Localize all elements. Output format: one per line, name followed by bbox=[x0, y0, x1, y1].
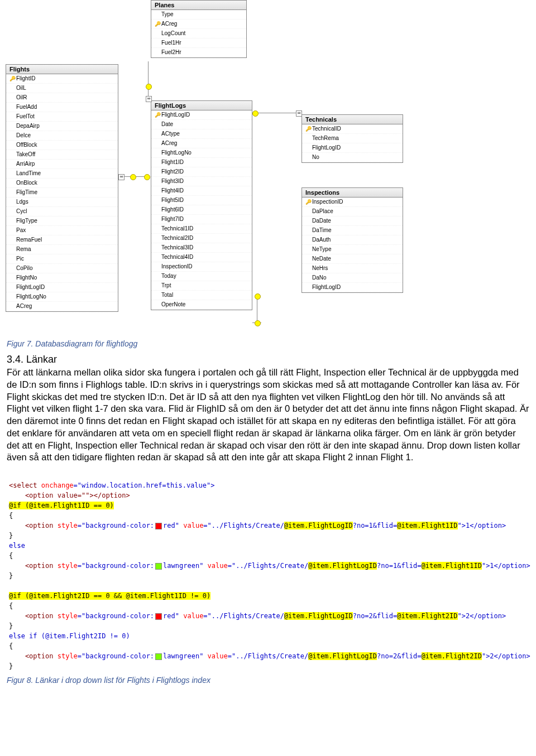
field-name: Pic bbox=[16, 255, 24, 263]
table-field: Technical3ID bbox=[151, 243, 252, 253]
table-title: Technicals bbox=[302, 115, 403, 124]
field-name: FlightLogID bbox=[312, 283, 341, 291]
key-icon: 🔑 bbox=[305, 198, 312, 206]
table-field: Cycl bbox=[6, 207, 118, 216]
field-name: DaNo bbox=[312, 274, 327, 282]
field-name: Type bbox=[161, 11, 174, 18]
table-field: Pax bbox=[6, 226, 118, 235]
relation-key-icon bbox=[252, 110, 259, 117]
table-field: Trpt bbox=[151, 281, 252, 291]
key-icon: 🔑 bbox=[155, 20, 161, 28]
table-field: DaAuth bbox=[302, 235, 403, 245]
relation-many-icon: ∞ bbox=[146, 96, 152, 102]
table-field: FlightLogID bbox=[302, 283, 403, 292]
field-name: FuelTot bbox=[16, 113, 35, 121]
table-field: ACtype bbox=[151, 129, 252, 139]
table-field: Rema bbox=[6, 245, 118, 254]
key-icon: 🔑 bbox=[155, 111, 161, 119]
table-field: Flight4ID bbox=[151, 186, 252, 196]
table-field: Technical1ID bbox=[151, 224, 252, 234]
table-field: OperNote bbox=[151, 300, 252, 310]
field-name: CoPilo bbox=[16, 264, 32, 272]
table-field: TakeOff bbox=[6, 150, 118, 160]
field-name: Date bbox=[161, 121, 173, 128]
table-field: 🔑ACreg bbox=[151, 20, 246, 29]
table-field: TechRema bbox=[302, 134, 403, 143]
color-swatch-green-icon bbox=[155, 653, 162, 660]
table-field: InspectionID bbox=[151, 262, 252, 272]
figure-7-caption: Figur 7. Databasdiagram för flightlogg bbox=[7, 339, 536, 348]
table-field: Technical4ID bbox=[151, 253, 252, 262]
table-field: DaPlace bbox=[302, 207, 403, 216]
table-field: FlightNo bbox=[6, 273, 118, 283]
field-name: ArriAirp bbox=[16, 160, 35, 168]
table-field: FlightLogID bbox=[302, 143, 403, 153]
color-swatch-red-icon bbox=[155, 613, 162, 620]
table-field: Total bbox=[151, 291, 252, 300]
table-field: FligType bbox=[6, 216, 118, 226]
table-title: Inspections bbox=[302, 188, 403, 198]
field-name: Cycl bbox=[16, 208, 27, 215]
table-field: FligTime bbox=[6, 188, 118, 198]
relation-key-icon bbox=[130, 174, 136, 180]
table-flightlogs: FlightLogs 🔑FlightLogIDDateACtypeACregFl… bbox=[151, 100, 252, 310]
table-field: 🔑FlightLogID bbox=[151, 110, 252, 120]
field-name: DaTime bbox=[312, 227, 332, 234]
field-name: NeDate bbox=[312, 255, 331, 263]
table-field: DaDate bbox=[302, 216, 403, 226]
table-field: LogCount bbox=[151, 29, 246, 38]
field-name: Today bbox=[161, 272, 176, 280]
field-name: Flight5ID bbox=[161, 196, 184, 204]
table-flights: Flights 🔑FlightIDOilLOilRFuelAddFuelTotD… bbox=[6, 64, 118, 312]
field-name: ACreg bbox=[161, 139, 177, 147]
relation-key-icon bbox=[255, 293, 261, 300]
relation-key-icon bbox=[255, 320, 261, 326]
field-name: OilL bbox=[16, 84, 26, 92]
table-field: OnBlock bbox=[6, 179, 118, 188]
relation-key-icon bbox=[146, 84, 152, 90]
relation-many-icon: ∞ bbox=[296, 110, 302, 117]
key-icon: 🔑 bbox=[9, 75, 16, 83]
field-name: Ldgs bbox=[16, 198, 28, 206]
table-inspections: Inspections 🔑InspectionIDDaPlaceDaDateDa… bbox=[302, 187, 403, 293]
table-field: ACreg bbox=[6, 302, 118, 311]
code-snippet: <select onchange="window.location.href=t… bbox=[7, 468, 529, 673]
color-swatch-red-icon bbox=[155, 523, 162, 529]
table-field: NeDate bbox=[302, 254, 403, 264]
table-field: Flight5ID bbox=[151, 196, 252, 205]
relation-many-icon: ∞ bbox=[118, 174, 125, 180]
table-field: DeIce bbox=[6, 131, 118, 141]
field-name: Technical1ID bbox=[161, 225, 193, 233]
table-field: FuelAdd bbox=[6, 103, 118, 112]
table-field: 🔑FlightID bbox=[6, 74, 118, 84]
table-title: FlightLogs bbox=[151, 101, 252, 110]
section-body-text: För att länkarna mellan olika sidor ska … bbox=[7, 367, 529, 464]
field-name: No bbox=[312, 153, 319, 161]
table-field: Flight3ID bbox=[151, 177, 252, 186]
field-name: DaPlace bbox=[312, 208, 333, 215]
key-icon: 🔑 bbox=[305, 125, 312, 133]
table-field: 🔑TechnicalID bbox=[302, 124, 403, 134]
table-field: RemaFuel bbox=[6, 235, 118, 245]
field-name: LogCount bbox=[161, 30, 185, 37]
figure-8-caption: Figur 8. Länkar i drop down list för Fli… bbox=[7, 676, 536, 685]
table-field: Date bbox=[151, 120, 252, 129]
table-planes: Planes Type🔑ACregLogCountFuel1HrFuel2Hr bbox=[151, 0, 247, 58]
field-name: TechnicalID bbox=[312, 125, 341, 133]
field-name: TakeOff bbox=[16, 151, 35, 158]
field-name: InspectionID bbox=[312, 198, 343, 206]
field-name: Rema bbox=[16, 245, 31, 253]
table-field: No bbox=[302, 153, 403, 162]
field-name: NeType bbox=[312, 245, 331, 253]
field-name: DeIce bbox=[16, 132, 31, 139]
connector bbox=[257, 296, 257, 322]
table-field: FlightLogNo bbox=[6, 292, 118, 302]
table-field: Fuel1Hr bbox=[151, 38, 246, 48]
field-name: Technical2ID bbox=[161, 234, 193, 242]
table-field: Flight2ID bbox=[151, 167, 252, 177]
field-name: Pax bbox=[16, 227, 26, 234]
table-field: FlightLogID bbox=[6, 283, 118, 292]
field-name: DaDate bbox=[312, 217, 331, 225]
table-field: Technical2ID bbox=[151, 234, 252, 243]
table-field: Today bbox=[151, 272, 252, 281]
